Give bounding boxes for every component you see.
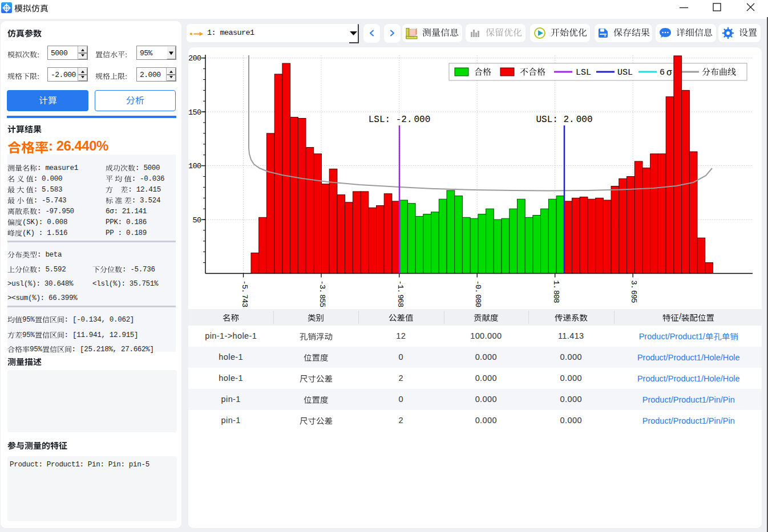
svg-text:3.695: 3.695 (629, 281, 638, 303)
svg-text:150: 150 (188, 108, 201, 117)
svg-text:USL: 2.000: USL: 2.000 (536, 115, 592, 125)
svg-text:50: 50 (192, 216, 201, 225)
svg-text:σ: σ (666, 68, 672, 78)
svg-text:-1.968: -1.968 (396, 281, 405, 308)
svg-text:200: 200 (188, 54, 201, 63)
svg-text:LSL: LSL (576, 68, 591, 78)
svg-text:-3.855: -3.855 (318, 281, 326, 308)
svg-text:-5.743: -5.743 (240, 281, 249, 308)
svg-text:USL: USL (617, 68, 633, 78)
svg-text:LSL: -2.000: LSL: -2.000 (369, 115, 431, 125)
svg-text:1.808: 1.808 (552, 281, 560, 303)
svg-text:100: 100 (188, 162, 201, 170)
svg-text:6: 6 (660, 68, 665, 78)
svg-text:-0.080: -0.080 (474, 281, 482, 308)
